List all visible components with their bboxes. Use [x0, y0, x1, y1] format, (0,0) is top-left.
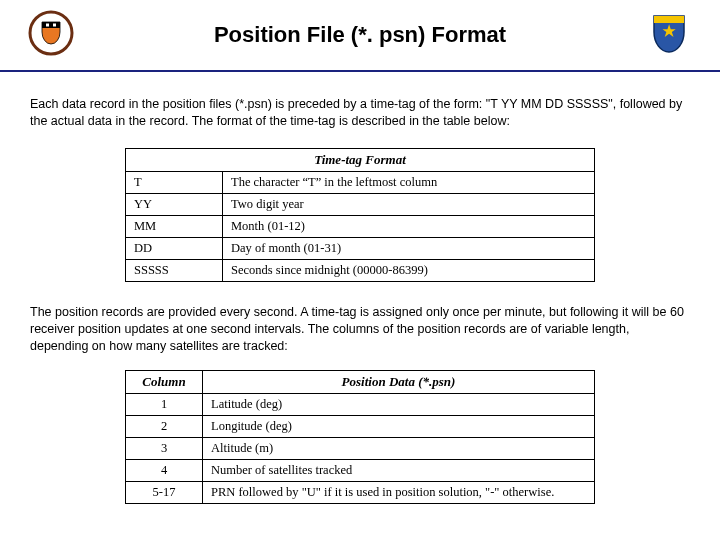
- pd-col: 3: [126, 438, 203, 460]
- table-row: 3 Altitude (m): [126, 438, 595, 460]
- position-records-paragraph: The position records are provided every …: [30, 304, 690, 355]
- tt-desc: Month (01-12): [223, 215, 595, 237]
- tt-field: DD: [126, 237, 223, 259]
- pd-col: 5-17: [126, 482, 203, 504]
- tt-desc: Day of month (01-31): [223, 237, 595, 259]
- table-row: 5-17 PRN followed by "U" if it is used i…: [126, 482, 595, 504]
- slide-header: Position File (*. psn) Format: [0, 0, 720, 72]
- table-row: 4 Number of satellites tracked: [126, 460, 595, 482]
- tt-desc: Two digit year: [223, 193, 595, 215]
- table-row: SSSSS Seconds since midnight (00000-8639…: [126, 259, 595, 281]
- air-force-shield-icon: [646, 10, 692, 56]
- time-tag-format-table: Time-tag Format T The character “T” in t…: [125, 148, 595, 282]
- tt-desc: Seconds since midnight (00000-86399): [223, 259, 595, 281]
- pd-col: 4: [126, 460, 203, 482]
- table2-header-col2: Position Data (*.psn): [203, 371, 595, 394]
- tt-field: MM: [126, 215, 223, 237]
- tt-field: SSSSS: [126, 259, 223, 281]
- table-row: T The character “T” in the leftmost colu…: [126, 171, 595, 193]
- table-row: DD Day of month (01-31): [126, 237, 595, 259]
- table2-header-col1: Column: [126, 371, 203, 394]
- svg-rect-1: [46, 24, 49, 27]
- slide-body: Each data record in the position files (…: [0, 72, 720, 504]
- table1-header: Time-tag Format: [126, 148, 595, 171]
- princeton-shield-icon: [28, 10, 74, 56]
- pd-col: 2: [126, 416, 203, 438]
- table-row: YY Two digit year: [126, 193, 595, 215]
- pd-desc: Altitude (m): [203, 438, 595, 460]
- tt-field: T: [126, 171, 223, 193]
- table-row: 1 Latitude (deg): [126, 394, 595, 416]
- svg-rect-2: [53, 24, 56, 27]
- tt-desc: The character “T” in the leftmost column: [223, 171, 595, 193]
- pd-col: 1: [126, 394, 203, 416]
- intro-paragraph: Each data record in the position files (…: [30, 96, 690, 130]
- tt-field: YY: [126, 193, 223, 215]
- pd-desc: Number of satellites tracked: [203, 460, 595, 482]
- pd-desc: PRN followed by "U" if it is used in pos…: [203, 482, 595, 504]
- page-title: Position File (*. psn) Format: [214, 22, 506, 48]
- table-row: MM Month (01-12): [126, 215, 595, 237]
- pd-desc: Latitude (deg): [203, 394, 595, 416]
- pd-desc: Longitude (deg): [203, 416, 595, 438]
- position-data-table: Column Position Data (*.psn) 1 Latitude …: [125, 370, 595, 504]
- table-row: 2 Longitude (deg): [126, 416, 595, 438]
